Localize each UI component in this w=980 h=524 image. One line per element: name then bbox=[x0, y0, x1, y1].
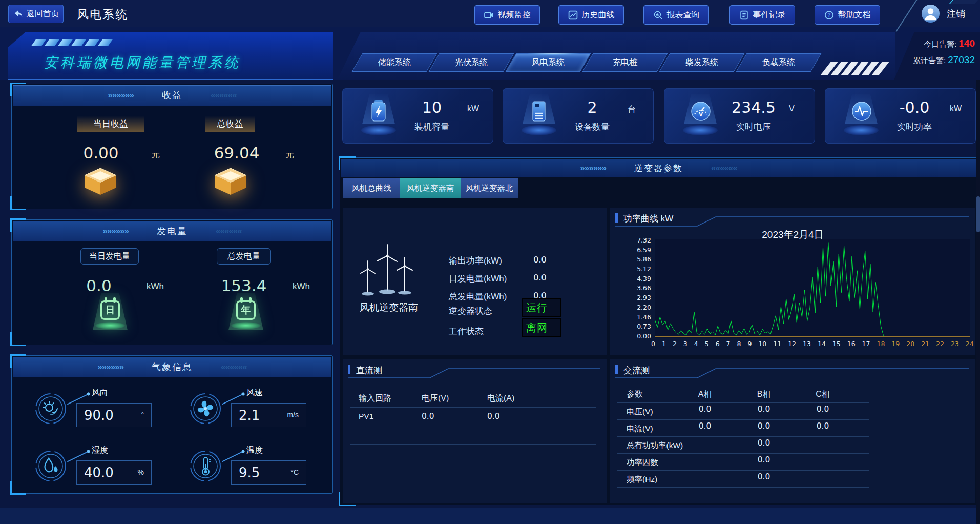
fan-icon bbox=[189, 392, 222, 425]
x-tick-label: 5 bbox=[705, 340, 709, 348]
section-decor-line bbox=[348, 365, 601, 380]
help-doc-button[interactable]: ? 帮助文档 bbox=[815, 5, 880, 25]
tab-wind-total-curve[interactable]: 风机总曲线 bbox=[343, 178, 400, 198]
humidity-unit: % bbox=[138, 468, 144, 476]
total-generation-label: 总发电量 bbox=[217, 248, 271, 265]
x-tick-label: 0 bbox=[651, 340, 655, 348]
ac-table-row: 总有功功率(kW) 0.0 bbox=[617, 437, 869, 454]
y-tick-label: 2.93 bbox=[624, 294, 651, 301]
realtime-power-card: -0.0 kW 实时功率 bbox=[825, 88, 976, 144]
year-calendar-icon: 年 bbox=[228, 293, 263, 330]
ac-cell: 0.0 bbox=[736, 472, 792, 481]
ac-cell: 总有功功率(kW) bbox=[627, 440, 683, 451]
system-title-panel: 安科瑞微电网能量管理系统 bbox=[8, 32, 333, 80]
tab-load-system[interactable]: 负载系统 bbox=[736, 53, 822, 72]
logout-button[interactable]: 注销 bbox=[947, 8, 965, 20]
total-alarm-label: 累计告警: bbox=[913, 56, 946, 65]
tab-charging-pile[interactable]: 充电桩 bbox=[582, 53, 668, 72]
inverter-device-name: 风机逆变器南 bbox=[348, 301, 430, 314]
revenue-panel-title: 收益 bbox=[162, 89, 182, 102]
tab-label: 柴发系统 bbox=[665, 54, 739, 71]
section-decor-line bbox=[615, 365, 970, 380]
humidity-value: 40.0 bbox=[84, 465, 114, 480]
tab-pv-system[interactable]: 光伏系统 bbox=[429, 53, 514, 72]
history-curve-button[interactable]: 历史曲线 bbox=[558, 5, 624, 25]
tab-label: 储能系统 bbox=[358, 54, 431, 71]
x-tick-label: 21 bbox=[921, 340, 929, 348]
wind-speed-value: 2.1 bbox=[239, 408, 260, 423]
total-generation-unit: kWh bbox=[293, 281, 310, 292]
temperature-metric: 温度 9.5 °C bbox=[189, 447, 343, 503]
total-alarm-value: 27032 bbox=[948, 54, 975, 65]
video-monitor-label: 视频监控 bbox=[498, 10, 531, 21]
x-tick-label: 14 bbox=[818, 340, 826, 348]
device-count-card: 2 台 设备数量 bbox=[503, 88, 654, 144]
ac-col-header: 参数 bbox=[627, 389, 643, 400]
tab-storage-system[interactable]: 储能系统 bbox=[352, 53, 437, 72]
report-query-button[interactable]: 报表查询 bbox=[643, 5, 709, 25]
device-count-unit: 台 bbox=[628, 104, 636, 115]
scrollbar-thumb[interactable] bbox=[976, 196, 980, 232]
x-tick-label: 17 bbox=[862, 340, 870, 348]
y-tick-label: 0.00 bbox=[624, 332, 651, 340]
dc-col-header: 电流(A) bbox=[487, 393, 514, 404]
wind-direction-metric: 风向 90.0 ° bbox=[34, 390, 188, 446]
video-icon bbox=[484, 10, 494, 20]
tab-wind-system[interactable]: 风电系统 bbox=[506, 53, 591, 72]
user-avatar-icon[interactable] bbox=[921, 4, 940, 23]
event-log-icon bbox=[739, 10, 749, 20]
wind-direction-unit: ° bbox=[141, 411, 144, 419]
tab-label: 负载系统 bbox=[742, 54, 816, 71]
chevrons-right-icon bbox=[108, 90, 134, 100]
tab-wind-inverter-north[interactable]: 风机逆变器北 bbox=[461, 178, 518, 198]
wind-power-dashboard: 返回首页 风电系统 视频监控 历史曲线 报表查询 bbox=[0, 0, 980, 524]
svg-text:?: ? bbox=[827, 12, 830, 18]
x-tick-label: 8 bbox=[737, 340, 741, 348]
today-alarm-label: 今日告警: bbox=[924, 39, 956, 48]
daily-revenue-unit: 元 bbox=[151, 149, 160, 160]
ac-table-header: 参数 A相 B相 C相 bbox=[617, 385, 869, 403]
wind-direction-label: 风向 bbox=[92, 388, 108, 398]
revenue-panel: 收益 当日收益 0.00 元 总收益 69.04 元 bbox=[11, 84, 333, 209]
dc-section-header: 直流测 bbox=[348, 365, 601, 380]
power-chart-plot bbox=[655, 239, 970, 338]
top-navigation-bar: 返回首页 风电系统 视频监控 历史曲线 报表查询 bbox=[0, 0, 980, 27]
daily-generation-value: 0.0 bbox=[58, 276, 140, 295]
ac-table-row: 电流(V) 0.0 0.0 0.0 bbox=[617, 420, 869, 437]
video-monitor-button[interactable]: 视频监控 bbox=[474, 5, 540, 25]
svg-text:V: V bbox=[699, 110, 703, 118]
inverter-status-badge: 运行 bbox=[522, 298, 561, 317]
today-alarm: 今日告警:140 bbox=[924, 38, 975, 49]
gold-box-icon bbox=[82, 165, 118, 198]
dc-table-row-empty bbox=[350, 426, 596, 445]
humidity-label: 湿度 bbox=[92, 445, 108, 456]
topbar-corner-decoration bbox=[949, 0, 978, 4]
today-alarm-value: 140 bbox=[958, 38, 975, 49]
total-revenue-unit: 元 bbox=[285, 149, 294, 160]
day-calendar-icon: 日 bbox=[93, 293, 128, 330]
device-count-value: 2 bbox=[562, 98, 622, 116]
chart-y-axis: 7.326.595.865.124.393.662.932.201.460.73… bbox=[624, 236, 651, 340]
x-tick-label: 22 bbox=[936, 340, 944, 348]
event-log-button[interactable]: 事件记录 bbox=[729, 5, 795, 25]
wind-direction-value: 90.0 bbox=[84, 408, 114, 423]
ac-cell: 0.0 bbox=[736, 405, 792, 414]
work-status-badge: 离网 bbox=[522, 318, 561, 337]
hazard-stripes-icon bbox=[34, 39, 111, 46]
ac-cell: 0.0 bbox=[736, 455, 792, 465]
x-tick-label: 19 bbox=[891, 340, 900, 348]
thermometer-icon bbox=[189, 450, 222, 482]
tab-wind-inverter-south[interactable]: 风机逆变器南 bbox=[400, 178, 461, 198]
section-decor-line bbox=[615, 213, 970, 228]
back-arrow-icon bbox=[13, 9, 23, 19]
header-band: 安科瑞微电网能量管理系统 储能系统 光伏系统 风电系统 充电桩 柴发系统 负载系… bbox=[0, 27, 980, 80]
chevrons-left-icon bbox=[211, 90, 237, 100]
x-tick-label: 12 bbox=[788, 340, 796, 348]
tab-diesel-system[interactable]: 柴发系统 bbox=[659, 53, 745, 72]
generation-panel-header: 发电量 bbox=[13, 221, 331, 241]
report-search-icon bbox=[653, 10, 663, 20]
chevrons-left-icon bbox=[221, 362, 247, 372]
total-revenue-value: 69.04 bbox=[185, 144, 288, 162]
power-curve-section-header: 功率曲线 kW bbox=[615, 213, 970, 228]
back-home-button[interactable]: 返回首页 bbox=[8, 5, 64, 23]
